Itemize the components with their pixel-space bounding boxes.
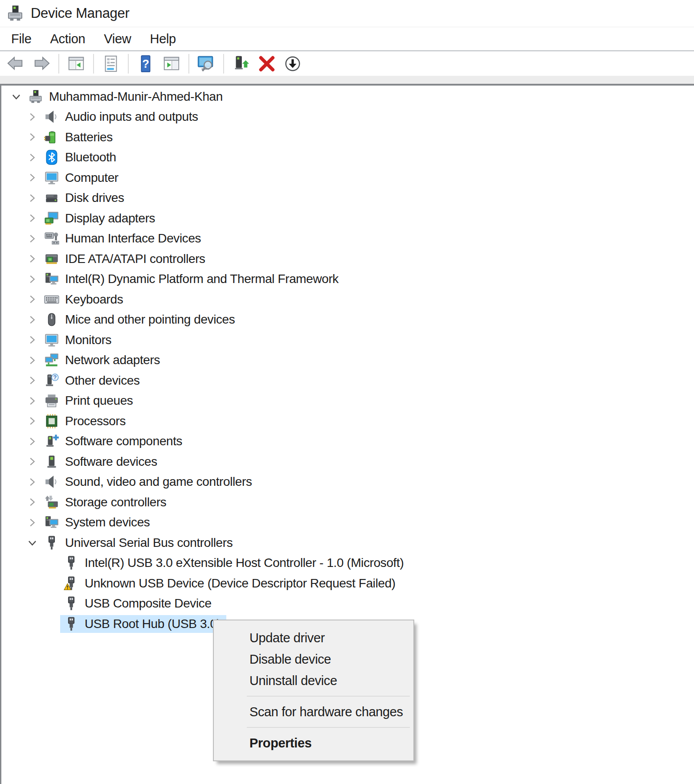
chevron-right-icon[interactable] [24,291,41,308]
context-menu-item-disable-device[interactable]: Disable device [214,649,413,670]
menu-action[interactable]: Action [41,27,95,50]
chevron-right-icon[interactable] [24,352,41,369]
tree-item-storage-controllers[interactable]: Storage controllers [1,492,694,513]
mouse-icon [44,312,59,327]
chevron-right-icon[interactable] [24,169,41,186]
row-content: Batteries [41,128,118,146]
system-device-icon [44,515,59,530]
toolbar-separator [128,54,129,74]
chevron-right-icon[interactable] [24,210,41,227]
bluetooth-icon [44,150,59,165]
tree-item-usb-composite-device[interactable]: USB Composite Device [1,594,694,614]
row-content: Disk drives [41,189,130,207]
context-menu-item-scan-for-hardware-changes[interactable]: Scan for hardware changes [214,701,413,722]
battery-icon [44,130,59,145]
row-content: Keyboards [41,291,128,308]
back-button[interactable] [3,53,29,75]
row-content: System devices [41,513,155,531]
context-menu-item-update-driver[interactable]: Update driver [214,627,413,649]
tree-item-universal-serial-bus-controllers[interactable]: Universal Serial Bus controllers [1,533,694,553]
menu-view[interactable]: View [94,27,140,50]
row-content: Bluetooth [41,148,122,166]
tree-item-bluetooth[interactable]: Bluetooth [1,148,694,168]
tree-item-label: Processors [65,414,126,428]
tree-item-label: Keyboards [65,292,123,307]
forward-button[interactable] [29,53,54,75]
tree-item-label: Mice and other pointing devices [65,312,235,327]
chevron-right-icon[interactable] [24,230,41,247]
tree-item-monitors[interactable]: Monitors [1,330,694,350]
update-driver-button[interactable] [228,53,254,75]
chevron-right-icon[interactable] [24,413,41,430]
uninstall-device-button[interactable] [254,53,280,75]
tree-item-label: Print queues [65,394,133,408]
disk-drive-icon [44,190,59,205]
chevron-right-icon[interactable] [24,149,41,166]
help-button[interactable]: ? [133,53,159,75]
tree-item-keyboards[interactable]: Keyboards [1,289,694,310]
tree-item-other-devices[interactable]: ?Other devices [1,370,694,391]
tree-item-human-interface-devices[interactable]: Human Interface Devices [1,229,694,249]
chevron-right-icon[interactable] [24,108,41,125]
tree-item-label: Disk drives [65,191,124,205]
tree-item-processors[interactable]: Processors [1,411,694,431]
tree-item-software-components[interactable]: Software components [1,431,694,452]
context-menu-separator [247,696,410,697]
tree-item-label: Software devices [65,455,157,469]
chevron-right-icon[interactable] [24,271,41,287]
tree-item-sound-video-and-game-controllers[interactable]: Sound, video and game controllers [1,472,694,493]
tree-item-label: Human Interface Devices [65,231,201,246]
tree-item-intel-r-usb-3-0-extensible-host-controll[interactable]: Intel(R) USB 3.0 eXtensible Host Control… [1,553,694,574]
usb-icon [64,616,79,632]
tree-item-disk-drives[interactable]: Disk drives [1,188,694,209]
toolbar-separator [93,54,94,74]
disable-device-button[interactable] [280,53,306,75]
chevron-right-icon[interactable] [24,189,41,206]
chevron-right-icon[interactable] [24,433,41,450]
tree-item-computer[interactable]: Computer [1,168,694,188]
tree-item-ide-ata-atapi-controllers[interactable]: IDE ATA/ATAPI controllers [1,249,694,269]
tree-item-label: IDE ATA/ATAPI controllers [65,252,205,266]
chevron-right-icon[interactable] [24,392,41,409]
tree-item-network-adapters[interactable]: Network adapters [1,350,694,371]
chevron-right-icon[interactable] [24,372,41,389]
storage-controller-icon [44,495,59,510]
menu-file[interactable]: File [2,27,41,50]
tree-item-print-queues[interactable]: Print queues [1,391,694,411]
tree-item-system-devices[interactable]: System devices [1,513,694,533]
row-content: Monitors [41,331,117,349]
row-content: Print queues [41,392,138,410]
row-content: Mice and other pointing devices [41,311,240,328]
scan-hardware-changes-button[interactable] [193,53,219,75]
tree-item-audio-inputs-and-outputs[interactable]: Audio inputs and outputs [1,107,694,127]
chevron-right-icon[interactable] [24,473,41,490]
show-console-tree-button[interactable] [63,53,89,75]
show-action-pane-button[interactable] [159,53,184,75]
tree-item-intel-r-dynamic-platform-and-thermal-fra[interactable]: Intel(R) Dynamic Platform and Thermal Fr… [1,269,694,290]
chevron-right-icon[interactable] [24,514,41,531]
chevron-right-icon[interactable] [24,311,41,328]
ide-controller-icon [44,251,59,267]
chevron-right-icon[interactable] [24,453,41,470]
row-content: Storage controllers [41,493,171,511]
chevron-right-icon[interactable] [24,332,41,349]
tree-item-software-devices[interactable]: Software devices [1,452,694,472]
tree-item-unknown-usb-device-device-descriptor-req[interactable]: Unknown USB Device (Device Descriptor Re… [1,573,694,594]
context-menu-item-uninstall-device[interactable]: Uninstall device [214,670,413,691]
tree-item-display-adapters[interactable]: Display adapters [1,208,694,229]
keyboard-icon [44,292,59,307]
menu-help[interactable]: Help [140,27,185,50]
properties-button[interactable] [98,53,124,75]
row-content: Intel(R) Dynamic Platform and Thermal Fr… [41,270,344,288]
chevron-down-icon[interactable] [24,534,41,551]
tree-item-mice-and-other-pointing-devices[interactable]: Mice and other pointing devices [1,310,694,330]
chevron-right-icon[interactable] [24,250,41,267]
tree-item-batteries[interactable]: Batteries [1,127,694,148]
tree-item-muhammad-munir-ahmed-khan[interactable]: Muhammad-Munir-Ahmed-Khan [1,86,694,107]
window-title: Device Manager [31,5,130,21]
chevron-right-icon[interactable] [24,494,41,511]
context-menu-item-properties[interactable]: Properties [214,732,413,754]
chevron-down-icon[interactable] [8,88,24,105]
chevron-right-icon[interactable] [24,129,41,146]
title-bar: Device Manager [0,0,694,27]
